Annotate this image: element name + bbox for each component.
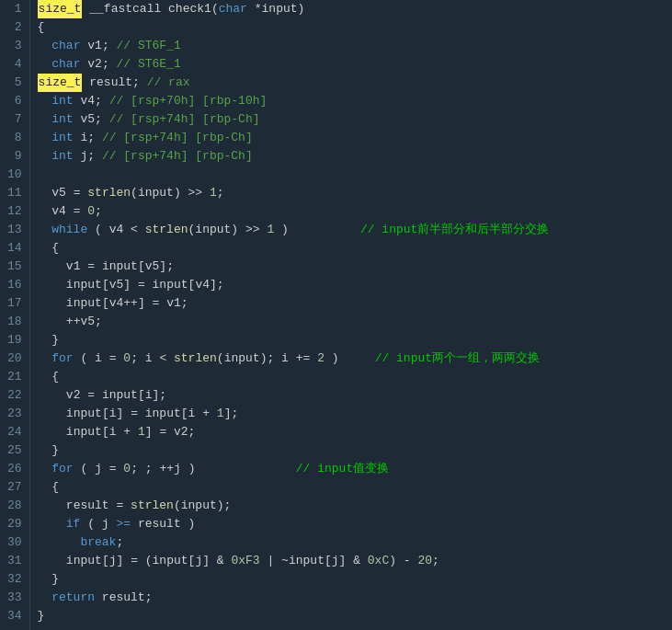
code-token xyxy=(102,460,109,478)
code-token xyxy=(44,386,51,405)
code-token: [ xyxy=(325,552,332,570)
code-token: ( xyxy=(188,221,196,239)
code-token xyxy=(123,552,131,570)
code-token: [ xyxy=(102,405,109,423)
code-token: ; xyxy=(132,74,140,92)
code-token: ( xyxy=(80,349,87,368)
code-token: __fastcall xyxy=(89,0,161,18)
code-token: ; xyxy=(181,294,188,313)
code-token xyxy=(274,221,281,239)
code-token xyxy=(44,239,51,258)
code-token xyxy=(59,405,66,423)
code-token: ] xyxy=(202,552,210,570)
code-token xyxy=(102,221,109,239)
code-token xyxy=(181,515,188,533)
code-token: // rax xyxy=(147,74,190,92)
code-token xyxy=(38,92,45,110)
code-token xyxy=(353,221,360,239)
code-token xyxy=(44,552,51,570)
line-number: 8 xyxy=(7,129,22,147)
code-token: input xyxy=(181,497,217,515)
code-token: > xyxy=(245,221,253,239)
code-token: input xyxy=(66,276,102,294)
code-token xyxy=(95,386,102,405)
code-token xyxy=(396,552,404,570)
code-token xyxy=(138,221,145,239)
code-token xyxy=(159,294,166,313)
code-token: ] xyxy=(153,386,160,405)
code-token xyxy=(117,460,124,478)
code-token: int xyxy=(51,147,73,166)
code-token: } xyxy=(51,441,59,460)
code-token xyxy=(238,460,245,478)
code-token xyxy=(59,552,66,570)
code-token: [ xyxy=(102,423,109,441)
code-token xyxy=(51,552,59,570)
code-token: ( xyxy=(217,349,224,368)
code-token: j xyxy=(95,460,102,478)
code-token xyxy=(131,515,138,533)
code-line: { xyxy=(38,368,672,386)
code-token: ; xyxy=(87,147,95,166)
code-line: int v4; // [rsp+70h] [rbp-10h] xyxy=(38,92,672,110)
code-token: result xyxy=(138,515,181,533)
keyword: break xyxy=(38,533,117,552)
code-token xyxy=(102,92,109,110)
code-token xyxy=(66,202,74,221)
code-token xyxy=(38,552,45,570)
code-token xyxy=(274,349,281,368)
type-highlight: size_t xyxy=(38,0,83,18)
code-token xyxy=(44,405,51,423)
code-token xyxy=(74,349,81,368)
keyword: while xyxy=(38,221,88,239)
function-name: strlen xyxy=(174,349,217,368)
code-token xyxy=(38,110,45,129)
code-line: input[v4++] = v1; xyxy=(38,294,672,313)
code-token: [ xyxy=(188,552,196,570)
code-token: ; xyxy=(432,552,439,570)
code-token xyxy=(195,405,202,423)
code-token xyxy=(274,460,281,478)
code-line: size_t __fastcall check1(char *input) xyxy=(38,0,672,18)
code-token xyxy=(38,497,45,515)
code-token xyxy=(161,0,168,18)
code-token: input xyxy=(153,552,188,570)
code-token xyxy=(268,460,275,478)
code-token: ( xyxy=(145,552,153,570)
comment-chinese: // input前半部分和后半部分交换 xyxy=(360,221,549,239)
code-token xyxy=(38,55,45,74)
code-line: v4 = 0; xyxy=(38,202,672,221)
function-name: strlen xyxy=(87,184,131,202)
code-token xyxy=(260,552,268,570)
code-token xyxy=(38,184,45,202)
line-number: 23 xyxy=(7,405,22,423)
code-token: ) xyxy=(231,221,238,239)
code-token xyxy=(310,221,317,239)
code-token: ( xyxy=(87,515,95,533)
code-token xyxy=(80,202,87,221)
code-token: j xyxy=(102,515,109,533)
code-token xyxy=(51,423,59,441)
code-token xyxy=(360,349,368,368)
code-token xyxy=(74,110,81,129)
code-token xyxy=(109,497,117,515)
code-token: input xyxy=(66,294,102,313)
code-token xyxy=(202,184,210,202)
keyword: for xyxy=(38,460,74,478)
code-token xyxy=(202,460,210,478)
code-line: input[i] = input[i + 1]; xyxy=(38,405,672,423)
code-token: ; xyxy=(116,533,123,552)
code-token: result xyxy=(66,497,109,515)
code-token xyxy=(38,570,45,589)
code-token xyxy=(153,423,160,441)
code-line: for ( i = 0; i < strlen(input); i += 2 )… xyxy=(38,349,672,368)
code-token: input xyxy=(262,0,298,18)
code-token: & xyxy=(353,552,360,570)
code-token: 0 xyxy=(87,202,95,221)
code-token xyxy=(260,460,268,478)
code-token xyxy=(131,276,138,294)
code-token: v5 xyxy=(145,258,160,276)
code-token xyxy=(210,405,217,423)
code-token xyxy=(109,55,117,74)
code-token xyxy=(166,349,174,368)
